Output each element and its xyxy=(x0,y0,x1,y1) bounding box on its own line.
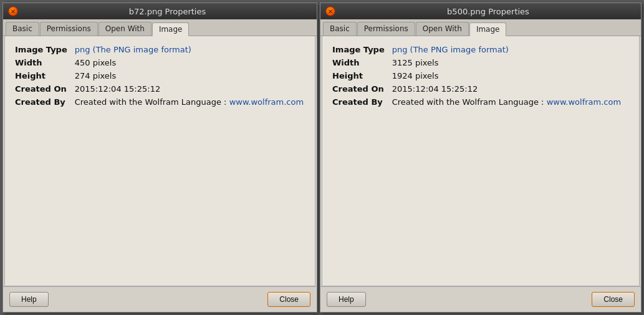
label-height-b72: Height xyxy=(15,71,67,80)
value-created-on-b72: 2015:12:04 15:25:12 xyxy=(75,84,305,94)
value-image-type-b72: png (The PNG image format) xyxy=(75,45,305,54)
tab-image-b72[interactable]: Image xyxy=(152,22,190,36)
value-created-by-b500: Created with the Wolfram Language : www.… xyxy=(392,97,629,107)
label-created-on-b72: Created On xyxy=(15,84,67,94)
close-button-b72[interactable]: Close xyxy=(267,292,310,307)
label-width-b500: Width xyxy=(332,58,385,67)
tab-openwith-b500[interactable]: Open With xyxy=(416,22,469,36)
label-image-type-b500: Image Type xyxy=(332,45,385,54)
label-image-type-b72: Image Type xyxy=(15,45,67,54)
tab-basic-b500[interactable]: Basic xyxy=(323,22,357,36)
titlebar-b72: ✕ b72.png Properties xyxy=(3,3,317,19)
help-button-b72[interactable]: Help xyxy=(9,292,49,307)
close-button-b500[interactable]: Close xyxy=(592,292,635,307)
tab-bar-b72: Basic Permissions Open With Image xyxy=(3,19,317,36)
tab-bar-b500: Basic Permissions Open With Image xyxy=(320,19,641,36)
window-title-b72: b72.png Properties xyxy=(23,7,312,16)
titlebar-b500: ✕ b500.png Properties xyxy=(320,3,641,19)
wolfram-link-b500[interactable]: www.wolfram.com xyxy=(547,97,621,107)
properties-grid-b72: Image Type png (The PNG image format) Wi… xyxy=(15,45,305,107)
label-created-on-b500: Created On xyxy=(332,84,385,94)
tab-permissions-b500[interactable]: Permissions xyxy=(357,22,415,36)
label-created-by-b72: Created By xyxy=(15,97,67,107)
content-b72: Image Type png (The PNG image format) Wi… xyxy=(4,36,315,286)
content-b500: Image Type png (The PNG image format) Wi… xyxy=(322,36,640,286)
button-bar-b500: Help Close xyxy=(320,286,641,312)
window-b500: ✕ b500.png Properties Basic Permissions … xyxy=(320,2,642,313)
value-height-b72: 274 pixels xyxy=(75,71,305,80)
window-b72: ✕ b72.png Properties Basic Permissions O… xyxy=(2,2,317,313)
label-width-b72: Width xyxy=(15,58,67,67)
properties-grid-b500: Image Type png (The PNG image format) Wi… xyxy=(332,45,629,107)
button-bar-b72: Help Close xyxy=(3,286,317,312)
help-button-b500[interactable]: Help xyxy=(327,292,366,307)
tab-permissions-b72[interactable]: Permissions xyxy=(40,22,98,36)
label-created-by-b500: Created By xyxy=(332,97,385,107)
wolfram-link-b72[interactable]: www.wolfram.com xyxy=(229,97,304,107)
tab-image-b500[interactable]: Image xyxy=(469,22,507,36)
window-title-b500: b500.png Properties xyxy=(340,7,636,16)
tab-openwith-b72[interactable]: Open With xyxy=(99,22,151,36)
value-height-b500: 1924 pixels xyxy=(392,71,629,80)
tab-basic-b72[interactable]: Basic xyxy=(6,22,39,36)
value-created-by-b72: Created with the Wolfram Language : www.… xyxy=(75,97,305,107)
value-width-b500: 3125 pixels xyxy=(392,58,629,67)
value-created-on-b500: 2015:12:04 15:25:12 xyxy=(392,84,629,94)
value-image-type-b500: png (The PNG image format) xyxy=(392,45,629,54)
value-width-b72: 450 pixels xyxy=(75,58,305,67)
close-icon-b500[interactable]: ✕ xyxy=(325,6,335,16)
close-icon-b72[interactable]: ✕ xyxy=(8,6,18,16)
label-height-b500: Height xyxy=(332,71,385,80)
